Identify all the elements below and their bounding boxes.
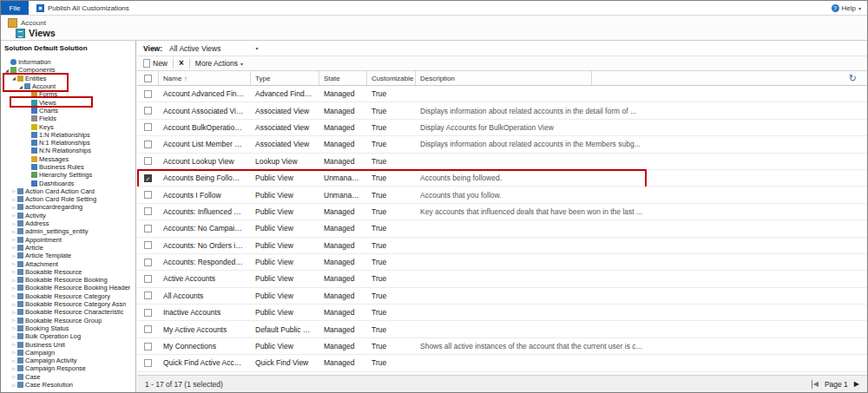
tree-item[interactable]: ▷ Bookable Resource Category (1, 292, 135, 300)
tree-item[interactable]: ▷ Booking Status (1, 324, 135, 332)
tree-expander-icon[interactable]: ▷ (10, 253, 17, 259)
select-all-checkbox[interactable] (144, 75, 152, 82)
tree-item[interactable]: ▷ Article (1, 244, 135, 252)
tree-expander-icon[interactable]: ◢ (3, 68, 10, 73)
table-row[interactable]: Accounts: No Campaign Activit... Public … (137, 220, 867, 237)
tree-expander-icon[interactable]: ▷ (10, 334, 17, 339)
tree-item[interactable]: Charts (1, 107, 135, 115)
tree-expander-icon[interactable]: ◢ (17, 84, 24, 89)
tree-expander-icon[interactable]: ▷ (10, 205, 17, 210)
delete-icon[interactable]: × (179, 59, 184, 68)
tree-expander-icon[interactable]: ▷ (10, 383, 17, 388)
row-checkbox[interactable] (144, 275, 152, 283)
table-row[interactable]: Active Accounts Public View Managed True (137, 271, 867, 287)
row-checkbox[interactable] (144, 325, 152, 333)
table-row[interactable]: Account BulkOperation View Associated Vi… (137, 120, 867, 136)
refresh-icon[interactable]: ↻ (849, 72, 857, 85)
tree-item[interactable]: ◢ Account (1, 82, 135, 90)
table-row[interactable]: Quick Find Active Accounts Quick Find Vi… (137, 355, 867, 371)
tree-item[interactable]: ▷ Case Resolution (1, 381, 135, 389)
table-row[interactable]: Account Lookup View Lookup View Managed … (137, 154, 867, 170)
tree-expander-icon[interactable]: ▷ (10, 366, 17, 371)
tree-expander-icon[interactable]: ▷ (10, 350, 17, 355)
tree-item[interactable]: ▷ Bookable Resource Booking Header (1, 284, 135, 291)
tree-item[interactable]: ◢ Entities (1, 75, 135, 82)
tree-item[interactable]: 1:N Relationships (1, 131, 135, 139)
tree-expander-icon[interactable]: ▷ (10, 213, 17, 218)
column-header[interactable]: Type (250, 71, 319, 85)
table-row[interactable]: Accounts: Responded to Camp... Public Vi… (137, 254, 867, 271)
tree-item[interactable]: ▷ Bookable Resource (1, 268, 135, 276)
table-row[interactable]: Accounts: Influenced Deals Tha... Public… (137, 204, 867, 220)
tree-item[interactable]: N:1 Relationships (1, 139, 135, 147)
tree-expander-icon[interactable]: ▷ (10, 229, 17, 234)
tree-item[interactable]: ▷ Bookable Resource Booking (1, 276, 135, 284)
column-header[interactable]: Name ↑ (158, 71, 250, 85)
tree-expander-icon[interactable]: ▷ (10, 188, 17, 193)
tree-item[interactable]: Forms (1, 90, 135, 98)
row-checkbox[interactable] (144, 123, 152, 131)
tree-item[interactable]: ▷ admin_settings_entity (1, 227, 135, 235)
publish-all-customizations-button[interactable]: Publish All Customizations (29, 1, 137, 15)
tree-item[interactable]: N:N Relationships (1, 147, 135, 154)
tree-expander-icon[interactable]: ▷ (10, 358, 17, 364)
tree-item[interactable]: ◢ Components (1, 66, 135, 74)
table-row[interactable]: Account Associated View Associated View … (137, 102, 867, 119)
table-row[interactable]: All Accounts Public View Managed True (137, 288, 867, 305)
row-checkbox[interactable] (144, 343, 152, 350)
table-row[interactable]: Accounts Being Followed Public View Unma… (137, 170, 867, 187)
tree-item[interactable]: Fields (1, 115, 135, 122)
new-button[interactable]: New (143, 59, 168, 68)
table-row[interactable]: Inactive Accounts Public View Managed Tr… (137, 305, 867, 321)
tree-expander-icon[interactable]: ▷ (10, 245, 17, 250)
table-row[interactable]: Accounts: No Orders in Last 6 ... Public… (137, 238, 867, 254)
tree-expander-icon[interactable]: ▷ (10, 325, 17, 331)
tree-item[interactable]: ▷ Action Card Role Setting (1, 195, 135, 203)
table-row[interactable]: Account Advanced Find View Advanced Find… (137, 86, 867, 102)
table-row[interactable]: Account List Member View Associated View… (137, 136, 867, 153)
tree-item[interactable]: Business Rules (1, 163, 135, 171)
row-checkbox[interactable] (144, 174, 152, 182)
tree-item[interactable]: ▷ actioncardregarding (1, 203, 135, 211)
tree-expander-icon[interactable]: ▷ (10, 261, 17, 266)
tree-expander-icon[interactable]: ▷ (10, 374, 17, 379)
tree-item[interactable]: ▷ Case (1, 373, 135, 381)
tree-item[interactable]: ▷ Article Template (1, 252, 135, 259)
tree-item[interactable]: ▷ Bookable Resource Category Assn (1, 300, 135, 308)
tree-item[interactable]: ▷ Bulk Operation Log (1, 332, 135, 340)
row-checkbox[interactable] (144, 359, 152, 367)
row-checkbox[interactable] (144, 259, 152, 266)
tree-expander-icon[interactable]: ▷ (10, 285, 17, 291)
row-checkbox[interactable] (144, 207, 152, 215)
tree-item[interactable]: Keys (1, 122, 135, 130)
tree-item[interactable]: ▷ Bookable Resource Characteristic (1, 308, 135, 316)
next-page-icon[interactable]: ▶ (854, 380, 859, 389)
column-header[interactable]: State (319, 71, 366, 85)
tree-item[interactable]: ▷ Campaign Response (1, 364, 135, 372)
row-checkbox[interactable] (144, 309, 152, 317)
tree-item[interactable]: ▷ Appointment (1, 236, 135, 244)
tree-expander-icon[interactable]: ▷ (10, 342, 17, 347)
tree-item[interactable]: Views (1, 98, 135, 106)
row-checkbox[interactable] (144, 107, 152, 115)
column-header[interactable]: Customizable (366, 71, 415, 85)
tree-expander-icon[interactable]: ◢ (10, 75, 17, 81)
tree-item[interactable]: Messages (1, 155, 135, 163)
tree-expander-icon[interactable]: ▷ (10, 269, 17, 274)
tree-item[interactable]: Hierarchy Settings (1, 171, 135, 179)
row-checkbox[interactable] (144, 225, 152, 233)
tree-expander-icon[interactable]: ▷ (10, 221, 17, 226)
tree-item[interactable]: Dashboards (1, 179, 135, 187)
row-checkbox[interactable] (144, 90, 152, 98)
table-row[interactable]: Accounts I Follow Public View Unmanaged … (137, 187, 867, 203)
table-row[interactable]: My Active Accounts Default Public View M… (137, 321, 867, 337)
row-checkbox[interactable] (144, 157, 152, 165)
column-header[interactable]: Description (415, 71, 592, 85)
row-checkbox[interactable] (144, 191, 152, 199)
tree-expander-icon[interactable]: ▷ (10, 318, 17, 323)
file-menu-button[interactable]: File (1, 1, 29, 15)
tree-item[interactable]: Information (1, 58, 135, 66)
help-menu[interactable]: ? Help ▾ (825, 1, 867, 15)
tree-item[interactable]: ▷ Activity (1, 212, 135, 219)
tree-expander-icon[interactable]: ▷ (10, 310, 17, 315)
